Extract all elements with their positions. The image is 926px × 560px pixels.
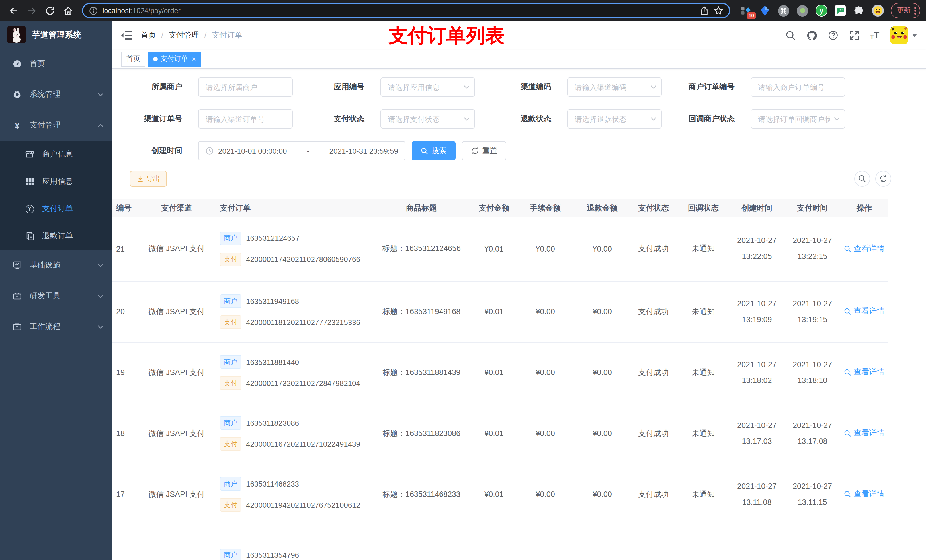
pay-channel: 微信 JSAPI 支付 — [148, 490, 205, 498]
pay-order-line: 支付 4200001167202110271022491439 — [220, 437, 370, 451]
export-button[interactable]: 导出 — [130, 171, 167, 187]
search-icon — [844, 430, 851, 437]
pay-channel: 微信 JSAPI 支付 — [148, 307, 205, 315]
url-bar[interactable]: localhost:1024/pay/order — [82, 3, 730, 18]
pay-status-select[interactable] — [380, 109, 475, 128]
merchant-order-no-input[interactable] — [750, 77, 845, 97]
yen-circle-icon: ¥ — [25, 205, 34, 213]
help-icon[interactable] — [828, 30, 838, 41]
home-icon[interactable] — [61, 3, 76, 18]
sidebar: 芋道管理系统 首页 系统管理 ¥ 支付管理 — [0, 21, 112, 560]
view-detail-link[interactable]: 查看详情 — [844, 306, 884, 317]
recorder-extension-icon[interactable] — [797, 5, 808, 16]
app-logo[interactable]: 芋道管理系统 — [0, 21, 112, 48]
close-icon[interactable]: × — [192, 56, 196, 62]
sidebar-item-payment[interactable]: ¥ 支付管理 — [0, 110, 112, 140]
sidebar-item-infrastructure[interactable]: 基础设施 — [0, 250, 112, 281]
forward-icon[interactable] — [24, 3, 40, 18]
share-icon[interactable] — [699, 6, 709, 15]
chat-extension-icon[interactable] — [835, 5, 846, 16]
github-icon[interactable] — [806, 30, 817, 41]
sidebar-item-merchant-info[interactable]: 商户信息 — [0, 140, 112, 168]
puzzle-extensions-icon[interactable] — [853, 5, 864, 16]
view-detail-link[interactable]: 查看详情 — [844, 489, 884, 500]
merchant-order-no: 1635311949168 — [246, 297, 299, 305]
bunny-logo — [8, 26, 26, 43]
back-icon[interactable] — [6, 3, 22, 18]
info-icon[interactable] — [89, 6, 98, 15]
merchant-order-no: 1635311468233 — [246, 480, 299, 488]
user-menu[interactable] — [890, 26, 917, 44]
view-detail-link[interactable]: 查看详情 — [844, 428, 884, 438]
merchant-select[interactable] — [198, 77, 293, 97]
shop-icon — [25, 150, 34, 159]
sidebar-item-refund-order[interactable]: 退款订单 — [0, 222, 112, 250]
merchant-order-no-field[interactable] — [750, 77, 845, 97]
profile-emoji-icon[interactable] — [872, 5, 884, 17]
orders-table: 编号支付渠道支付订单商品标题支付金额手续金额退款金额支付状态回调状态创建时间支付… — [112, 199, 926, 560]
sidebar-item-workflow[interactable]: 工作流程 — [0, 311, 112, 342]
font-size-icon[interactable]: TT — [870, 31, 879, 40]
app-input[interactable] — [380, 77, 475, 97]
browser-chrome: localhost:1024/pay/order 10 y — [0, 0, 926, 21]
pay-amount: ¥0.01 — [484, 368, 504, 377]
user-avatar[interactable] — [890, 26, 908, 44]
search-button[interactable]: 搜索 — [412, 141, 455, 160]
channel-code-select[interactable] — [567, 77, 662, 97]
pay-amount: ¥0.01 — [484, 429, 504, 438]
refund-status-input[interactable] — [567, 109, 662, 128]
tabs-extension-icon[interactable]: 10 — [740, 5, 752, 16]
briefcase-icon — [12, 291, 22, 300]
command-extension-icon[interactable] — [778, 5, 789, 16]
channel-code-input[interactable] — [567, 77, 662, 97]
top-navbar: 首页 / 支付管理 / 支付订单 支付订单列表 — [112, 21, 926, 50]
filter-form: 所属商户 应用编号 渠道编码 商户订单编号 渠道订单号 — [112, 77, 926, 128]
channel-order-no-input[interactable] — [198, 109, 293, 128]
pay-amount: ¥0.01 — [484, 307, 504, 316]
sidebar-item-home[interactable]: 首页 — [0, 48, 112, 79]
star-icon[interactable] — [714, 6, 723, 15]
merchant-input[interactable] — [198, 77, 293, 97]
reload-icon[interactable] — [42, 3, 58, 18]
refund-amount: ¥0.00 — [593, 368, 612, 377]
yen-icon: ¥ — [12, 121, 22, 130]
sidebar-item-label: 支付订单 — [42, 204, 73, 214]
application-window: localhost:1024/pay/order 10 y — [0, 0, 926, 560]
pay-time: 2021-10-2713:19:15 — [785, 281, 840, 342]
sidebar-item-dev-tools[interactable]: 研发工具 — [0, 281, 112, 311]
view-detail-link[interactable]: 查看详情 — [844, 244, 884, 254]
product-title: 标题：1635312124656 — [382, 245, 461, 253]
fee-amount: ¥0.00 — [536, 490, 555, 498]
reset-button[interactable]: 重置 — [462, 141, 506, 160]
search-icon[interactable] — [785, 30, 796, 41]
update-button[interactable]: 更新 — [891, 3, 920, 18]
y-extension-icon[interactable]: y — [816, 5, 828, 17]
sidebar-item-pay-order[interactable]: ¥ 支付订单 — [0, 195, 112, 222]
callback-status-input[interactable] — [750, 109, 845, 128]
show-search-button[interactable] — [854, 171, 870, 187]
sidebar-fold-icon[interactable] — [121, 30, 132, 41]
tab-home[interactable]: 首页 — [121, 51, 145, 66]
search-icon — [421, 147, 428, 154]
refund-status-select[interactable] — [567, 109, 662, 128]
pay-status-input[interactable] — [380, 109, 475, 128]
tab-pay-order[interactable]: 支付订单 × — [148, 51, 201, 66]
breadcrumb-item[interactable]: 首页 — [141, 30, 156, 41]
field-label: 退款状态 — [475, 109, 567, 128]
view-detail-link[interactable]: 查看详情 — [844, 367, 884, 377]
pay-tag: 支付 — [220, 315, 242, 329]
table-row: 20 微信 JSAPI 支付 商户 1635311949168 支付 42000… — [112, 281, 888, 342]
callback-status-select[interactable] — [750, 109, 845, 128]
app-select[interactable] — [380, 77, 475, 97]
update-label: 更新 — [897, 6, 911, 15]
merchant-order-no: 1635311823086 — [246, 418, 299, 427]
channel-order-no-field[interactable] — [198, 109, 293, 128]
refresh-table-button[interactable] — [875, 171, 891, 187]
sidebar-item-system[interactable]: 系统管理 — [0, 79, 112, 110]
kite-extension-icon[interactable] — [759, 5, 770, 16]
fullscreen-icon[interactable] — [849, 30, 859, 41]
sidebar-item-app-info[interactable]: 应用信息 — [0, 168, 112, 195]
breadcrumb-item[interactable]: 支付管理 — [169, 30, 199, 41]
date-range-picker[interactable]: 2021-10-01 00:00:00 - 2021-10-31 23:59:5… — [198, 141, 406, 160]
merchant-tag: 商户 — [220, 355, 242, 369]
